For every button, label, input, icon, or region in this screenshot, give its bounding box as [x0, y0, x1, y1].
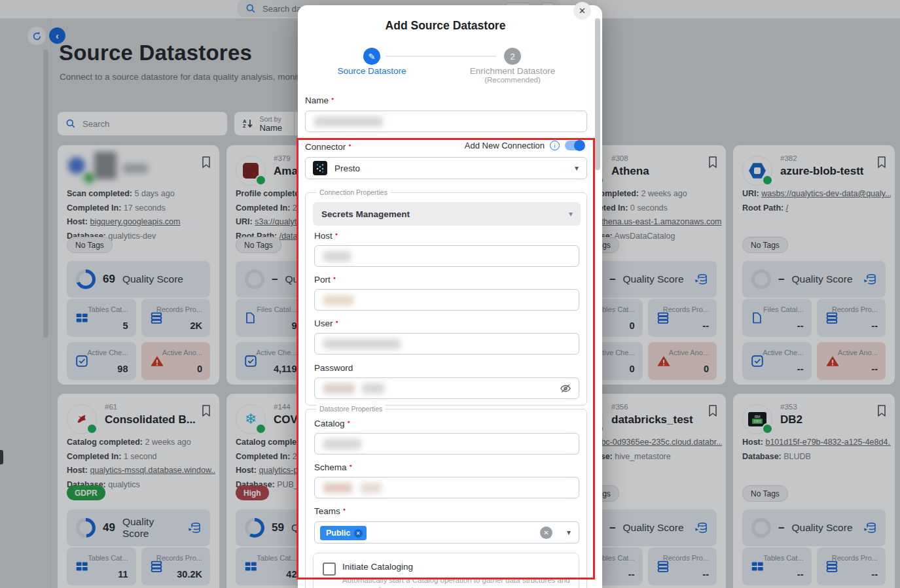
name-label: Name● — [305, 95, 334, 105]
pencil-icon: ✎ — [369, 52, 376, 61]
blurred-value — [314, 116, 383, 127]
step-2-label[interactable]: Enrichment Datastore (Recommended) — [460, 66, 565, 84]
step-2-circle[interactable]: 2 — [504, 48, 521, 65]
required-dot: ● — [331, 96, 334, 101]
step-1-circle[interactable]: ✎ — [363, 48, 380, 65]
close-button[interactable]: ✕ — [573, 2, 591, 20]
step-2-sublabel: (Recommended) — [460, 76, 565, 84]
stepper-connector-line — [386, 56, 496, 57]
modal-scrollbar-thumb[interactable] — [595, 18, 600, 170]
screen: Search data CTRL K ‹ Source Datastores C… — [0, 0, 900, 588]
name-input[interactable] — [305, 111, 587, 132]
annotation-highlight-box — [297, 138, 595, 579]
modal-title: Add Source Datastore — [298, 19, 593, 33]
close-icon: ✕ — [579, 6, 586, 16]
step-1-label[interactable]: Source Datastore — [319, 66, 424, 76]
